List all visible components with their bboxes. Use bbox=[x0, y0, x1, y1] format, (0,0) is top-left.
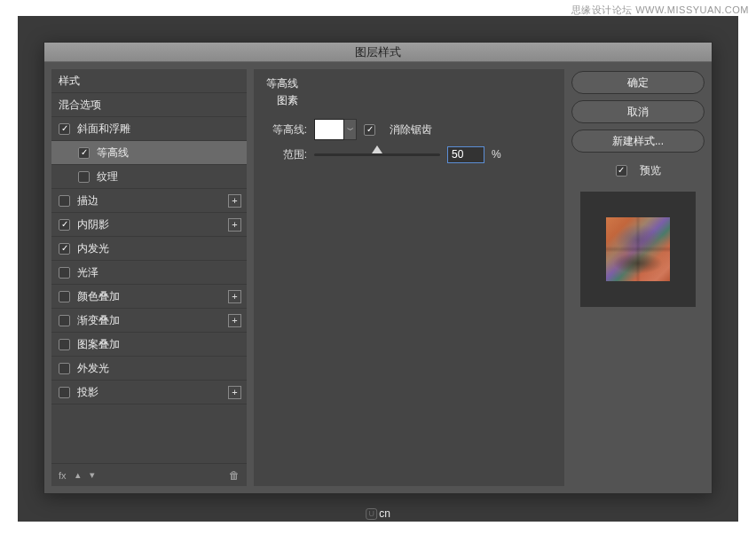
percent-label: % bbox=[492, 148, 501, 161]
preview-label: 预览 bbox=[640, 163, 661, 178]
anti-alias-label: 消除锯齿 bbox=[390, 122, 432, 137]
style-item-label: 光泽 bbox=[77, 265, 98, 280]
checkbox-icon[interactable] bbox=[59, 123, 70, 135]
outer-frame: 图层样式 样式 混合选项 斜面和浮雕 等高线 纹理 描边+ 内阴影+ 内发光 光… bbox=[18, 16, 738, 522]
style-item-label: 斜面和浮雕 bbox=[77, 122, 130, 137]
footer-logo: Ucn bbox=[366, 507, 390, 520]
watermark-text: 思缘设计论坛 WWW.MISSYUAN.COM bbox=[571, 4, 749, 17]
style-item-texture[interactable]: 纹理 bbox=[51, 165, 247, 189]
styles-header-label: 样式 bbox=[59, 74, 80, 89]
contour-field: 等高线: ﹀ 消除锯齿 bbox=[266, 117, 552, 142]
style-item-gradient-overlay[interactable]: 渐变叠加+ bbox=[51, 309, 247, 333]
fx-icon[interactable]: fx bbox=[59, 470, 67, 481]
group-title: 等高线 bbox=[266, 76, 552, 91]
style-item-label: 等高线 bbox=[97, 145, 129, 161]
style-item-stroke[interactable]: 描边+ bbox=[51, 189, 247, 213]
new-style-button[interactable]: 新建样式... bbox=[571, 130, 705, 153]
style-item-bevel[interactable]: 斜面和浮雕 bbox=[51, 117, 247, 141]
styles-header[interactable]: 样式 bbox=[51, 69, 247, 93]
checkbox-icon[interactable] bbox=[78, 171, 90, 183]
checkbox-icon[interactable] bbox=[59, 339, 70, 350]
style-item-label: 投影 bbox=[77, 385, 98, 400]
spacer bbox=[51, 404, 247, 463]
blend-options-label: 混合选项 bbox=[59, 98, 101, 113]
range-label: 范围: bbox=[266, 147, 307, 162]
style-item-label: 内发光 bbox=[77, 241, 109, 256]
checkbox-icon[interactable] bbox=[59, 363, 70, 374]
checkbox-icon[interactable] bbox=[78, 147, 90, 159]
action-panel: 确定 取消 新建样式... 预览 bbox=[571, 69, 705, 486]
style-item-label: 纹理 bbox=[97, 169, 118, 185]
anti-alias-checkbox[interactable] bbox=[364, 124, 375, 136]
checkbox-icon[interactable] bbox=[59, 195, 70, 207]
range-field: 范围: % bbox=[266, 142, 552, 167]
dialog-titlebar: 图层样式 bbox=[44, 43, 712, 62]
logo-icon: U bbox=[366, 508, 377, 520]
style-item-outer-glow[interactable]: 外发光 bbox=[51, 357, 247, 381]
arrow-up-icon[interactable]: ▴ bbox=[75, 469, 81, 481]
checkbox-icon[interactable] bbox=[59, 243, 70, 255]
layer-style-dialog: 图层样式 样式 混合选项 斜面和浮雕 等高线 纹理 描边+ 内阴影+ 内发光 光… bbox=[43, 42, 713, 494]
style-item-pattern-overlay[interactable]: 图案叠加 bbox=[51, 333, 247, 357]
style-item-contour[interactable]: 等高线 bbox=[51, 141, 247, 165]
cancel-button[interactable]: 取消 bbox=[571, 100, 705, 123]
checkbox-icon[interactable] bbox=[59, 291, 70, 302]
style-item-label: 描边 bbox=[77, 193, 98, 208]
contour-label: 等高线: bbox=[266, 122, 307, 137]
contour-thumb-icon bbox=[314, 119, 344, 140]
footer-text: cn bbox=[379, 507, 390, 520]
range-input[interactable] bbox=[447, 146, 484, 163]
preview-toggle[interactable]: 预览 bbox=[571, 159, 705, 182]
style-item-drop-shadow[interactable]: 投影+ bbox=[51, 381, 247, 404]
style-item-satin[interactable]: 光泽 bbox=[51, 261, 247, 285]
blend-options-header[interactable]: 混合选项 bbox=[51, 93, 247, 117]
preview-swatch bbox=[606, 217, 670, 281]
checkbox-icon[interactable] bbox=[59, 387, 70, 398]
chevron-down-icon[interactable]: ﹀ bbox=[344, 119, 357, 140]
style-item-label: 渐变叠加 bbox=[77, 313, 120, 328]
checkbox-icon[interactable] bbox=[59, 267, 70, 279]
plus-icon[interactable]: + bbox=[228, 194, 241, 208]
dialog-body: 样式 混合选项 斜面和浮雕 等高线 纹理 描边+ 内阴影+ 内发光 光泽 颜色叠… bbox=[44, 62, 712, 493]
plus-icon[interactable]: + bbox=[228, 314, 241, 327]
slider-thumb-icon[interactable] bbox=[372, 145, 382, 153]
style-item-label: 图案叠加 bbox=[77, 337, 120, 352]
range-slider[interactable] bbox=[314, 147, 440, 161]
preview-checkbox[interactable] bbox=[616, 165, 627, 177]
settings-panel: 等高线 图素 等高线: ﹀ 消除锯齿 范围: bbox=[254, 69, 564, 486]
ok-button[interactable]: 确定 bbox=[571, 71, 705, 94]
arrow-down-icon[interactable]: ▾ bbox=[90, 469, 95, 481]
checkbox-icon[interactable] bbox=[59, 219, 70, 231]
style-item-label: 内阴影 bbox=[77, 217, 109, 232]
preview-box bbox=[580, 192, 696, 307]
plus-icon[interactable]: + bbox=[228, 218, 241, 232]
style-item-label: 外发光 bbox=[77, 361, 109, 376]
style-item-inner-shadow[interactable]: 内阴影+ bbox=[51, 213, 247, 237]
plus-icon[interactable]: + bbox=[228, 290, 241, 303]
style-item-label: 颜色叠加 bbox=[77, 289, 120, 304]
style-item-color-overlay[interactable]: 颜色叠加+ bbox=[51, 285, 247, 309]
panel-footer: fx ▴ ▾ 🗑 bbox=[51, 463, 247, 486]
group-subtitle: 图素 bbox=[266, 93, 552, 108]
contour-picker[interactable]: ﹀ bbox=[314, 119, 357, 140]
styles-panel: 样式 混合选项 斜面和浮雕 等高线 纹理 描边+ 内阴影+ 内发光 光泽 颜色叠… bbox=[51, 69, 247, 486]
style-item-inner-glow[interactable]: 内发光 bbox=[51, 237, 247, 261]
plus-icon[interactable]: + bbox=[228, 386, 241, 399]
trash-icon[interactable]: 🗑 bbox=[229, 469, 240, 482]
checkbox-icon[interactable] bbox=[59, 315, 70, 326]
